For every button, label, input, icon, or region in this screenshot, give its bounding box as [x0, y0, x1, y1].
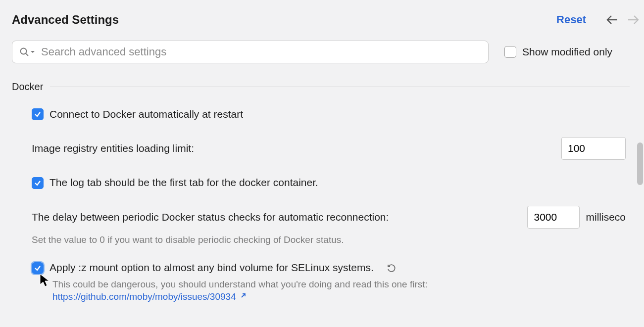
back-button[interactable]: [605, 12, 620, 27]
revert-button[interactable]: [387, 263, 396, 273]
log-tab-first-checkbox[interactable]: [32, 177, 44, 189]
page-title: Advanced Settings: [12, 13, 119, 27]
search-field-container[interactable]: [12, 41, 489, 63]
undo-icon: [387, 263, 396, 273]
registry-limit-label: Image registry entities loading limit:: [32, 141, 194, 155]
selinux-z-link[interactable]: https://github.com/moby/moby/issues/3093…: [52, 290, 246, 303]
scrollbar-thumb[interactable]: [637, 142, 643, 185]
external-link-icon: [239, 290, 246, 303]
selinux-z-help: This could be dangerous, you should unde…: [52, 279, 428, 289]
selinux-z-checkbox[interactable]: [32, 262, 44, 274]
show-modified-only-checkbox[interactable]: [504, 46, 516, 58]
chevron-down-icon: [30, 49, 35, 54]
log-tab-first-label: The log tab should be the first tab for …: [50, 176, 318, 189]
connect-restart-checkbox[interactable]: [32, 108, 44, 120]
status-delay-unit: milliseco: [586, 210, 626, 224]
forward-button: [626, 12, 641, 27]
arrow-left-icon: [606, 14, 619, 25]
show-modified-only-control[interactable]: Show modified only: [504, 46, 612, 58]
svg-point-0: [21, 48, 27, 54]
search-input[interactable]: [40, 45, 488, 59]
status-delay-help: Set the value to 0 if you want to disabl…: [32, 234, 626, 246]
search-icon: [19, 47, 35, 57]
show-modified-only-label: Show modified only: [522, 46, 612, 58]
connect-restart-label: Connect to Docker automatically at resta…: [50, 107, 243, 121]
status-delay-input[interactable]: [527, 206, 580, 229]
section-heading-docker: Docker: [12, 81, 630, 93]
registry-limit-input[interactable]: [561, 137, 626, 160]
status-delay-label: The delay between periodic Docker status…: [32, 210, 389, 224]
arrow-right-icon: [627, 14, 640, 25]
reset-button[interactable]: Reset: [556, 13, 586, 26]
selinux-z-label: Apply :z mount option to almost any bind…: [50, 261, 374, 275]
